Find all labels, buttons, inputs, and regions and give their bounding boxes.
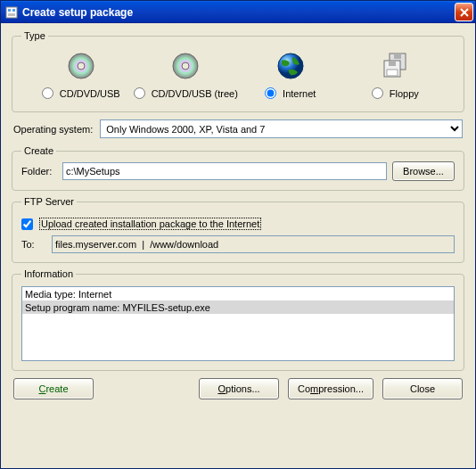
upload-checkbox-label: Upload created installation package to t… — [39, 218, 261, 230]
type-option-cdtree: CD/DVD/USB (tree) — [134, 52, 239, 99]
svg-rect-10 — [394, 53, 401, 59]
type-group: Type CD/DVD/USB — [12, 30, 464, 112]
button-row: Create Options... Compression... Close — [12, 376, 464, 399]
browse-button[interactable]: Browse... — [392, 161, 455, 181]
cd-tree-icon — [171, 52, 200, 80]
close-button[interactable]: Close — [382, 378, 463, 399]
radio-internet-label: Internet — [283, 88, 316, 99]
svg-rect-3 — [8, 13, 15, 16]
compression-button[interactable]: Compression... — [288, 378, 373, 399]
info-line-program: Setup program name: MYFILES-setup.exe — [22, 300, 454, 314]
folder-input[interactable] — [62, 162, 387, 180]
dialog-content: Type CD/DVD/USB — [1, 23, 475, 468]
titlebar: Create setup package — [1, 1, 475, 23]
os-select[interactable]: Only Windows 2000, XP, Vista and 7 — [100, 119, 463, 138]
svg-rect-12 — [389, 61, 396, 66]
info-line-media: Media type: Internet — [22, 287, 454, 300]
radio-floppy-label: Floppy — [390, 88, 419, 99]
options-button[interactable]: Options... — [199, 378, 279, 399]
radio-cdtree-label: CD/DVD/USB (tree) — [152, 88, 238, 99]
type-option-floppy: Floppy — [343, 52, 448, 99]
ftp-legend: FTP Server — [21, 196, 77, 207]
info-legend: Information — [21, 268, 76, 279]
type-option-internet: Internet — [238, 52, 343, 99]
svg-rect-2 — [12, 9, 15, 12]
to-input[interactable] — [52, 235, 455, 253]
radio-cd[interactable]: CD/DVD/USB — [42, 87, 120, 99]
cd-icon — [67, 52, 95, 80]
svg-rect-1 — [8, 9, 11, 12]
globe-icon — [276, 52, 305, 80]
upload-checkbox[interactable]: Upload created installation package to t… — [21, 218, 261, 230]
create-group: Create Folder: Browse... — [12, 145, 464, 191]
radio-cdtree[interactable]: CD/DVD/USB (tree) — [134, 87, 238, 99]
window-title: Create setup package — [22, 6, 455, 19]
info-listbox[interactable]: Media type: Internet Setup program name:… — [21, 286, 455, 361]
create-button[interactable]: Create — [13, 378, 94, 399]
type-legend: Type — [21, 30, 48, 41]
folder-label: Folder: — [21, 166, 57, 177]
svg-rect-0 — [6, 7, 17, 18]
radio-cd-label: CD/DVD/USB — [60, 88, 120, 99]
info-group: Information Media type: Internet Setup p… — [12, 268, 464, 371]
radio-internet[interactable]: Internet — [265, 87, 316, 99]
os-label: Operating system: — [13, 124, 93, 135]
svg-rect-13 — [387, 70, 398, 76]
ftp-group: FTP Server Upload created installation p… — [12, 196, 464, 263]
svg-point-5 — [78, 62, 85, 70]
to-label: To: — [21, 239, 46, 250]
close-icon[interactable] — [455, 3, 473, 21]
type-option-cd: CD/DVD/USB — [29, 52, 134, 99]
setup-package-dialog: Create setup package Type — [0, 0, 476, 469]
create-legend: Create — [21, 145, 56, 156]
os-row: Operating system: Only Windows 2000, XP,… — [12, 118, 464, 140]
svg-point-7 — [182, 62, 189, 70]
floppy-icon — [381, 52, 409, 80]
app-icon — [4, 5, 19, 20]
radio-floppy[interactable]: Floppy — [372, 87, 419, 99]
